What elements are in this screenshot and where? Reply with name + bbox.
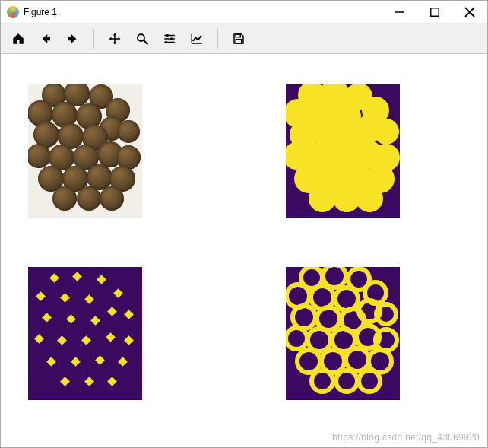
marker bbox=[72, 272, 82, 281]
coin bbox=[77, 186, 101, 211]
marker bbox=[66, 314, 76, 324]
circle-outline bbox=[356, 368, 382, 394]
marker bbox=[42, 313, 52, 322]
svg-rect-7 bbox=[166, 34, 168, 37]
marker bbox=[34, 334, 44, 344]
subplot-grid bbox=[28, 84, 460, 417]
marker bbox=[107, 377, 117, 386]
marker bbox=[90, 316, 100, 326]
toolbar bbox=[1, 24, 487, 54]
coin bbox=[100, 186, 124, 211]
marker bbox=[124, 310, 134, 319]
subplot-bottom-right bbox=[286, 267, 400, 400]
edit-button[interactable] bbox=[184, 27, 210, 51]
back-button[interactable] bbox=[33, 27, 59, 51]
pan-button[interactable] bbox=[102, 27, 128, 51]
coin bbox=[52, 186, 77, 211]
svg-rect-9 bbox=[171, 38, 173, 40]
svg-rect-13 bbox=[236, 40, 242, 43]
maximize-button[interactable] bbox=[417, 1, 452, 24]
marker bbox=[60, 377, 70, 386]
marker bbox=[46, 357, 56, 367]
marker bbox=[118, 357, 128, 367]
titlebar: Figure 1 bbox=[1, 1, 487, 24]
svg-line-5 bbox=[144, 40, 147, 44]
app-icon bbox=[7, 6, 19, 18]
marker bbox=[84, 377, 94, 386]
figure-canvas[interactable]: https://blog.csdn.net/qq_43069920 bbox=[1, 54, 487, 447]
forward-button[interactable] bbox=[60, 27, 86, 51]
marker bbox=[84, 294, 94, 304]
zoom-button[interactable] bbox=[129, 27, 155, 51]
save-button[interactable] bbox=[226, 27, 252, 51]
marker bbox=[57, 335, 67, 345]
svg-rect-11 bbox=[166, 41, 167, 43]
back-icon bbox=[39, 32, 52, 46]
save-icon bbox=[232, 32, 246, 46]
coin bbox=[28, 144, 51, 168]
forward-icon bbox=[66, 32, 80, 46]
zoom-icon bbox=[135, 32, 149, 46]
marker bbox=[49, 273, 59, 283]
minimize-icon bbox=[393, 5, 407, 19]
configure-button[interactable] bbox=[157, 27, 182, 51]
marker bbox=[106, 332, 116, 342]
pan-icon bbox=[108, 32, 122, 46]
blob bbox=[309, 185, 336, 212]
toolbar-separator bbox=[93, 29, 94, 49]
svg-rect-1 bbox=[431, 8, 439, 16]
subplot-top-left bbox=[28, 84, 142, 218]
marker bbox=[81, 335, 91, 345]
toolbar-separator bbox=[217, 29, 218, 49]
minimize-button[interactable] bbox=[382, 1, 417, 24]
subplot-bottom-left bbox=[28, 267, 142, 400]
marker bbox=[60, 293, 70, 303]
home-icon bbox=[11, 32, 25, 46]
circle-outline bbox=[334, 368, 360, 394]
marker bbox=[113, 288, 123, 298]
marker bbox=[71, 357, 81, 367]
blob bbox=[373, 119, 399, 145]
close-button[interactable] bbox=[452, 1, 487, 24]
circle-outline bbox=[309, 368, 335, 394]
marker bbox=[107, 307, 117, 316]
subplot-top-right bbox=[286, 84, 400, 218]
marker bbox=[95, 355, 105, 365]
sliders-icon bbox=[163, 32, 176, 46]
coin bbox=[117, 120, 140, 143]
window-title: Figure 1 bbox=[24, 7, 57, 17]
watermark-text: https://blog.csdn.net/qq_43069920 bbox=[332, 432, 480, 443]
maximize-icon bbox=[428, 5, 442, 19]
close-icon bbox=[463, 5, 477, 19]
blob bbox=[356, 185, 383, 212]
marker bbox=[97, 275, 106, 284]
marker bbox=[36, 291, 46, 301]
svg-rect-12 bbox=[236, 34, 240, 37]
chart-line-icon bbox=[190, 32, 204, 46]
home-button[interactable] bbox=[5, 27, 31, 51]
marker bbox=[124, 335, 134, 345]
circle-outline bbox=[374, 302, 398, 326]
